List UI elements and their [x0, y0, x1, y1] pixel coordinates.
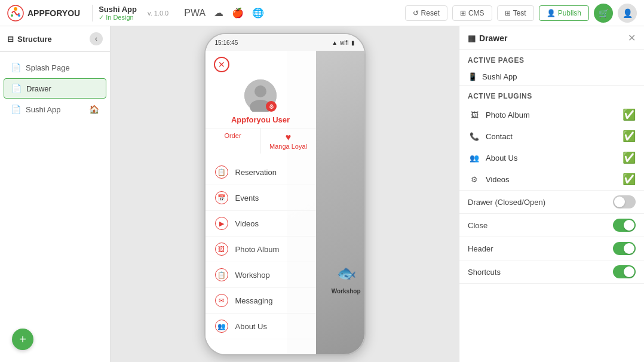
order-action[interactable]: Order — [206, 128, 261, 154]
sidebar-item-label: Sushi App — [26, 105, 61, 114]
close-icon: ✕ — [218, 60, 225, 69]
videos-label: Videos — [235, 219, 259, 228]
panel-title: ▦ Drawer — [468, 33, 507, 43]
page-item-sushi-app: 📱 Sushi App — [459, 68, 644, 85]
toggle-thumb — [624, 266, 634, 277]
user-avatar[interactable]: 👤 — [618, 4, 637, 23]
add-page-button[interactable]: + — [12, 329, 33, 350]
structure-icon: ⊟ — [7, 35, 14, 44]
phone-mockup: 15:16:45 ▲ wifi ▮ 🐟 Workshop — [204, 33, 366, 355]
drawer-close-button[interactable]: ✕ — [214, 57, 229, 72]
user-quick-actions: Order ♥ Manga Loyal — [206, 128, 316, 154]
chevron-left-icon: ‹ — [95, 35, 97, 43]
cms-icon: ⊞ — [460, 9, 466, 17]
app-name: Sushi App — [99, 5, 137, 14]
toggle-thumb — [624, 220, 634, 231]
plugin-about-us: 👥 About Us ✅ — [459, 147, 644, 168]
panel-close-button[interactable]: ✕ — [628, 32, 636, 44]
phone-time: 15:16:45 — [215, 39, 238, 46]
sidebar: ⊟ Structure ‹ 📄 Splash Page 📄 Drawer 📄 S… — [0, 26, 111, 362]
menu-item-about-us[interactable]: 👥 About Us — [206, 314, 316, 339]
workshop-icon: 📋 — [215, 268, 228, 281]
sidebar-item-splash-page[interactable]: 📄 Splash Page — [4, 58, 106, 77]
publish-icon: 👤 — [547, 9, 556, 17]
menu-item-videos[interactable]: ▶ Videos — [206, 211, 316, 237]
battery-icon: ▮ — [351, 39, 355, 46]
svg-point-5 — [254, 85, 266, 97]
events-icon: 📅 — [215, 191, 228, 204]
photo-album-label: Photo Album — [235, 245, 280, 254]
plugin-photo-album: 🖼 Photo Album ✅ — [459, 104, 644, 125]
plugin-about-us-label: About Us — [486, 154, 618, 162]
plugin-contact: 📞 Contact ✅ — [459, 125, 644, 147]
user-icon: 👤 — [622, 8, 633, 18]
toggle-shortcuts[interactable] — [613, 265, 636, 278]
drawer-menu-list: 📋 Reservation 📅 Events ▶ Videos — [206, 159, 316, 354]
workshop-label: Workshop — [235, 271, 270, 280]
user-avatar-large: ⚙ — [244, 79, 277, 112]
sushi-app-icon: 📄 — [11, 105, 21, 114]
check-icon: ✓ — [99, 14, 104, 22]
order-label: Order — [224, 132, 241, 139]
messaging-icon: ✉ — [215, 294, 228, 307]
publish-button[interactable]: 👤 Publish — [539, 5, 589, 21]
menu-item-reservation[interactable]: 📋 Reservation — [206, 159, 316, 185]
gear-icon: ⚙ — [269, 103, 274, 110]
plugin-photo-album-label: Photo Album — [486, 111, 618, 119]
plugin-contact-label: Contact — [486, 132, 618, 141]
photo-album-icon: 🖼 — [215, 243, 228, 256]
page-sushi-app-label: Sushi App — [482, 72, 517, 81]
right-panel: ▦ Drawer ✕ Active Pages 📱 Sushi App Acti… — [459, 26, 644, 362]
toggle-header[interactable] — [613, 242, 636, 255]
toggle-drawer[interactable] — [613, 195, 636, 208]
drawer-close-row: ✕ — [206, 51, 316, 76]
avatar-gear-button[interactable]: ⚙ — [266, 101, 277, 112]
menu-item-photo-album[interactable]: 🖼 Photo Album — [206, 237, 316, 262]
app-status: ✓ In Design — [99, 14, 137, 22]
svg-point-2 — [11, 14, 13, 17]
test-button[interactable]: ⊞ Test — [497, 5, 534, 21]
topbar-platform-icons: PWA ☁ 🍎 🌐 — [184, 7, 264, 19]
plugin-videos: ⚙ Videos ✅ — [459, 168, 644, 190]
app-logo-icon — [7, 5, 24, 22]
fish-decoration-icon: 🐟 — [337, 264, 356, 283]
cloud-icon: ☁ — [214, 7, 223, 19]
toggle-thumb — [614, 197, 625, 207]
cms-button[interactable]: ⊞ CMS — [452, 5, 492, 21]
reset-button[interactable]: ↺ Reset — [405, 5, 447, 21]
heart-icon: ♥ — [286, 132, 292, 143]
logo-text: APPFORYOU — [27, 8, 80, 18]
plugin-videos-icon: ⚙ — [468, 173, 481, 186]
sidebar-collapse-button[interactable]: ‹ — [90, 32, 103, 45]
app-info: Sushi App ✓ In Design — [92, 5, 137, 22]
toggle-row-drawer: Drawer (Closed/Open) — [459, 191, 644, 214]
menu-item-events[interactable]: 📅 Events — [206, 185, 316, 211]
menu-item-workshop[interactable]: 📋 Workshop — [206, 262, 316, 288]
toggle-thumb — [624, 243, 634, 254]
plugin-photo-album-icon: 🖼 — [468, 108, 481, 121]
manga-loyal-action[interactable]: ♥ Manga Loyal — [261, 128, 316, 154]
plugin-photo-album-check: ✅ — [622, 108, 636, 121]
panel-title-icon: ▦ — [468, 33, 476, 43]
canvas-area: 15:16:45 ▲ wifi ▮ 🐟 Workshop — [111, 26, 459, 362]
workshop-bg-label: Workshop — [332, 288, 361, 294]
menu-item-messaging[interactable]: ✉ Messaging — [206, 288, 316, 314]
toggle-shortcuts-label: Shortcuts — [468, 268, 613, 277]
user-profile-section: ⚙ Appforyou User Order ♥ Manga Loy — [206, 76, 316, 159]
phone-drawer-content: 🐟 Workshop ✕ — [206, 51, 364, 354]
toggles-section: Drawer (Closed/Open) Close Header — [459, 191, 644, 284]
phone-status-bar: 15:16:45 ▲ wifi ▮ — [206, 34, 364, 51]
svg-point-1 — [14, 7, 17, 11]
main-content: ⊟ Structure ‹ 📄 Splash Page 📄 Drawer 📄 S… — [0, 26, 644, 362]
toggle-close[interactable] — [613, 219, 636, 232]
active-pages-section: Active Pages 📱 Sushi App — [459, 50, 644, 86]
cart-button[interactable]: 🛒 — [594, 4, 613, 23]
toggle-close-label: Close — [468, 221, 613, 230]
logo: APPFORYOU — [7, 5, 80, 22]
mobile-icon: 📱 — [468, 72, 477, 81]
globe-icon: 🌐 — [252, 7, 264, 19]
sidebar-title: ⊟ Structure — [7, 35, 52, 44]
sidebar-item-drawer[interactable]: 📄 Drawer — [4, 78, 106, 99]
sidebar-item-sushi-app[interactable]: 📄 Sushi App 🏠 — [4, 100, 106, 119]
plugin-about-us-icon: 👥 — [468, 151, 481, 164]
